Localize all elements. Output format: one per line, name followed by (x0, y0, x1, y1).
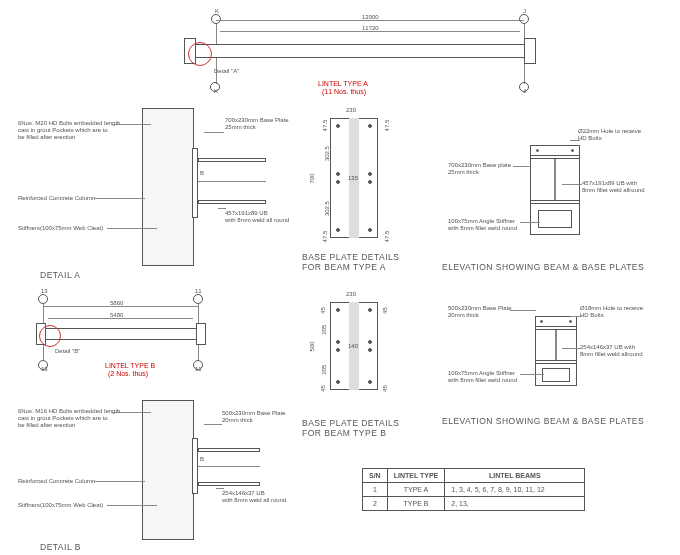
cell-type-2: TYPE B (387, 497, 445, 511)
elev-a-n3l2: 8mm fillet weld allround (582, 187, 645, 194)
th-type: LINTEL TYPE (387, 469, 445, 483)
elev-b-stiffner (542, 368, 570, 382)
bp-a-hole6 (368, 180, 372, 184)
leader-eb1 (510, 310, 536, 311)
elev-a-web (554, 159, 556, 200)
elev-b-h1 (540, 320, 543, 323)
leader-ea4 (520, 222, 540, 223)
detail-b-cut: B (200, 456, 204, 463)
bp-a-w: 230 (346, 107, 356, 114)
bp-b-r1b: 45 (320, 385, 327, 392)
detail-a-note3: Stiffners(100x75mm Web Cleat) (18, 225, 103, 232)
detail-a-circle (188, 42, 212, 66)
detail-a-callout: Detail "A" (214, 68, 239, 75)
column-right-a (524, 38, 536, 64)
dim-line-inner-a (220, 31, 520, 32)
elev-b-n4l2: with 8mm fillet weld round (448, 377, 517, 384)
elev-b-bflange (535, 360, 577, 364)
bp-b-w: 230 (346, 291, 356, 298)
elev-a-stiffner (538, 210, 572, 228)
detail-b-co1l2: 20mm thick (222, 417, 253, 424)
detail-b-column (142, 400, 194, 540)
bp-a-r1b: 47.5 (322, 231, 329, 243)
grid-bubble-k-bot (210, 82, 220, 92)
grid-bubble-j-top (519, 14, 529, 24)
leader-eb4 (520, 374, 544, 375)
th-sn: S/N (363, 469, 388, 483)
elev-a-title: ELEVATION SHOWING BEAM & BASE PLATES (442, 262, 644, 272)
dim-line-inner-b (48, 318, 193, 319)
detail-b-tflange (198, 448, 260, 452)
bp-a-hole4 (368, 172, 372, 176)
detail-a-callout1-l2: 25mm thick (225, 124, 256, 131)
bp-b-r2b: 205 (321, 365, 328, 375)
bp-b-h3 (336, 340, 340, 344)
leader-da1 (115, 124, 151, 125)
bp-b-title1: BASE PLATE DETAILS (302, 418, 400, 428)
detail-a-note1-l3: be filled after erection (18, 134, 75, 141)
detail-b-n2: Reinforced Concrete Column (18, 478, 95, 485)
detail-b-n1l3: be filled after erection (18, 422, 75, 429)
dim-line-total-a (216, 20, 524, 21)
bp-a-h: 700 (309, 174, 316, 184)
leader-da3 (107, 228, 157, 229)
cell-sn-1: 1 (363, 483, 388, 497)
bp-b-h6 (368, 348, 372, 352)
bp-b-r2: 205 (321, 325, 328, 335)
leader-eb2 (570, 316, 582, 317)
elev-b-n1l2: 20mm thick (448, 312, 479, 319)
bp-a-hole7 (336, 228, 340, 232)
elev-a-bflange (530, 200, 580, 204)
bp-a-title1: BASE PLATE DETAILS (302, 252, 400, 262)
lintel-table-wrap: S/N LINTEL TYPE LINTEL BEAMS 1 TYPE A 1,… (362, 468, 585, 511)
elev-a-hole2 (571, 149, 574, 152)
bp-a-hole3 (336, 172, 340, 176)
cell-sn-2: 2 (363, 497, 388, 511)
grid-bubble-11b (193, 360, 203, 370)
lintel-b-beam (40, 328, 200, 340)
elev-a-n2l2: 25mm thick (448, 169, 479, 176)
bp-b-c1: 45 (382, 307, 389, 314)
leader-db3 (107, 505, 157, 506)
th-beams: LINTEL BEAMS (445, 469, 585, 483)
elev-a-n1l2: HD Bolts (578, 135, 602, 142)
bp-a-hole8 (368, 228, 372, 232)
elev-b-n3l2: 8mm fillet weld allround (580, 351, 643, 358)
bp-b-h4 (368, 340, 372, 344)
bp-b-h8 (368, 380, 372, 384)
leader-db5 (216, 488, 224, 489)
bp-a-title2: FOR BEAM TYPE A (302, 262, 386, 272)
grid-bubble-11t (193, 294, 203, 304)
bp-b-h: 500 (309, 342, 316, 352)
bp-b-title2: FOR BEAM TYPE B (302, 428, 386, 438)
bp-a-gauge: 135 (348, 175, 358, 182)
detail-a-web (198, 181, 266, 182)
lintel-table: S/N LINTEL TYPE LINTEL BEAMS 1 TYPE A 1,… (362, 468, 585, 511)
lintel-a-subtitle: (11 Nos. thus) (322, 88, 366, 96)
leader-db4 (204, 424, 222, 425)
bp-a-hole2 (368, 124, 372, 128)
detail-b-co2l2: with 8mm weld all round (222, 497, 286, 504)
detail-b-callout: Detail "B" (55, 348, 80, 355)
detail-a-bot-flange (198, 200, 266, 204)
leader-eb3 (562, 348, 580, 349)
elev-b-web (555, 330, 557, 360)
bp-b-r1: 45 (320, 307, 327, 314)
bp-a-c1b: 47.5 (384, 231, 391, 243)
bp-a-hole5 (336, 180, 340, 184)
cell-type-1: TYPE A (387, 483, 445, 497)
elev-b-h2 (569, 320, 572, 323)
detail-a-cut: B (200, 170, 204, 177)
cell-beams-1: 1, 3, 4, 5, 6, 7, 8, 9, 10, 11, 12 (445, 483, 585, 497)
leader-da4 (204, 132, 224, 133)
grid-bubble-k-top (211, 14, 221, 24)
detail-a-top-flange (198, 158, 266, 162)
leader-da2 (95, 198, 145, 199)
elev-b-n2l2: HD Bolts (580, 312, 604, 319)
detail-b-circle (39, 325, 61, 347)
detail-b-web (198, 466, 260, 467)
elev-a-n4l2: with 8mm fillet weld round (448, 225, 517, 232)
grid-bubble-j-bot (519, 82, 529, 92)
table-row: 2 TYPE B 2, 13, (363, 497, 585, 511)
detail-b-title: DETAIL B (40, 542, 81, 552)
